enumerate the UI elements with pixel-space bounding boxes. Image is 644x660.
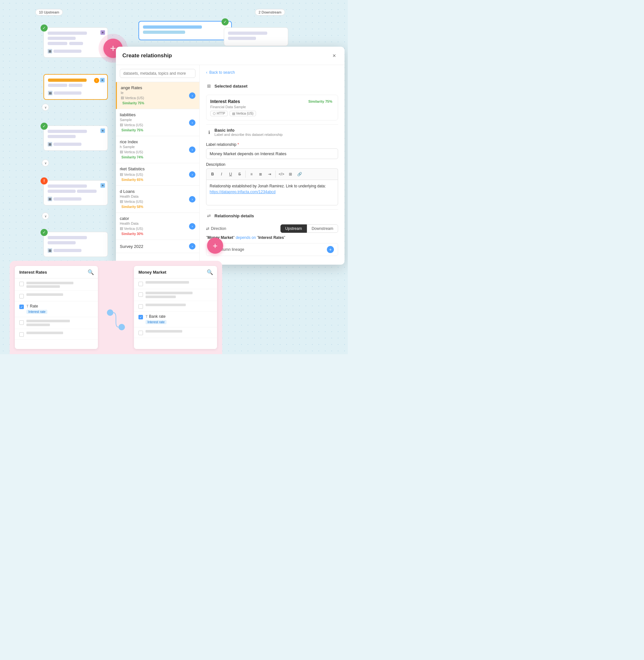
result-item-6[interactable]: Survey 2022 ›	[116, 240, 199, 253]
node-icon-db: ▤	[48, 142, 52, 146]
col-checkbox-left-1[interactable]	[19, 282, 24, 286]
col-type-icon-left-3: T	[26, 304, 29, 308]
interest-rates-panel: Interest Rates 🔍 T	[15, 266, 98, 349]
col-checkbox-left-4[interactable]	[19, 320, 24, 325]
node-bar	[48, 84, 67, 87]
ol-button[interactable]: ≣	[256, 170, 265, 179]
error-icon: !	[41, 178, 48, 185]
node-icon: ≡	[100, 78, 105, 82]
underline-button[interactable]: U	[226, 170, 235, 179]
col-checkbox-right-2[interactable]	[138, 292, 143, 297]
rte-divider	[245, 171, 246, 178]
check-icon: ✓	[41, 24, 48, 31]
downstream-badge: 2 Downstream	[255, 9, 285, 16]
money-market-panel: Money Market 🔍	[134, 266, 217, 349]
col-row-right-4: T Bank rate Interest rate	[134, 312, 217, 327]
rte-content[interactable]: Relationship established by Jonah Ramire…	[206, 180, 338, 206]
bold-button[interactable]: B	[208, 170, 217, 179]
expand-btn-1[interactable]: ∨	[42, 104, 49, 111]
expand-btn-2[interactable]: ∨	[42, 159, 49, 166]
check-icon: ✓	[222, 18, 229, 25]
node-card-c3: ✓ ≡ ▤	[44, 125, 108, 151]
search-icon-right[interactable]: 🔍	[207, 269, 212, 275]
node-bar	[48, 42, 67, 45]
result-db-2: ▤ Vertica (US)	[120, 150, 145, 154]
col-checkbox-right-3[interactable]	[138, 304, 143, 309]
upstream-button[interactable]: Upstream	[280, 225, 307, 233]
code-button[interactable]: </>	[277, 170, 285, 179]
search-icon-left[interactable]: 🔍	[88, 269, 93, 275]
result-item-1[interactable]: liabilities Sample ▤ Vertica (US) Simila…	[116, 109, 199, 136]
node-card-right	[224, 27, 288, 46]
result-item-5[interactable]: cator Health Data ▤ Vertica (US) Similar…	[116, 213, 199, 240]
similarity-5: Similarity 30%	[120, 232, 145, 236]
col-checkbox-left-5[interactable]	[19, 332, 24, 337]
node-icon-db: ▤	[48, 49, 52, 53]
col-row-left-3: T Rate Interest rate	[15, 301, 98, 317]
node-bar	[54, 91, 82, 95]
node-card-c4: ! ≡ ▤	[44, 180, 108, 206]
col-content-right-4: T Bank rate Interest rate	[145, 314, 212, 325]
tag-http: ⬡ HTTP	[210, 111, 228, 116]
node-bar	[53, 50, 82, 53]
result-name-1: liabilities	[120, 112, 145, 117]
label-relationship-input[interactable]	[206, 148, 338, 159]
ul-button[interactable]: ≡	[247, 170, 256, 179]
similarity-4: Similarity 58%	[120, 205, 145, 209]
arrow-circle-1: ›	[189, 119, 196, 126]
indent-button[interactable]: ⇥	[265, 170, 274, 179]
search-input[interactable]	[120, 69, 196, 78]
node-bar	[53, 197, 82, 201]
col-checkbox-right-5[interactable]	[138, 331, 143, 335]
search-bar	[116, 65, 199, 82]
col-row-left-5	[15, 329, 98, 340]
col-checkbox-right-4[interactable]	[138, 315, 143, 320]
result-item-0[interactable]: ange Rates le ▤ Vertica (US) Similarity …	[116, 82, 199, 109]
plus-button-floating[interactable]: +	[207, 238, 223, 254]
strikethrough-button[interactable]: S	[235, 170, 244, 179]
result-sub-2: h Sample	[120, 145, 145, 149]
selected-dataset-section: ⊞ Selected dataset	[206, 80, 338, 92]
col-checkbox-right-1[interactable]	[138, 282, 143, 286]
arrow-circle-5: ›	[189, 223, 196, 230]
col-row-right-1	[134, 279, 217, 289]
result-sub-1: Sample	[120, 118, 145, 122]
node-bar	[48, 185, 87, 188]
rte-link[interactable]: https://dataprep.trifacta.com/1234abcd	[210, 190, 276, 194]
close-button[interactable]: ×	[330, 52, 338, 60]
add-lineage-button[interactable]: +	[327, 246, 334, 253]
back-to-search-link[interactable]: ‹ Back to search	[206, 70, 338, 75]
interest-rates-panel-header: Interest Rates 🔍	[15, 266, 98, 279]
similarity-2: Similarity 74%	[120, 155, 145, 159]
detail-panel: ‹ Back to search ⊞ Selected dataset Inte…	[200, 65, 345, 265]
info-icon: ℹ	[206, 129, 212, 135]
node-card-left: ▤ ✓ ≡	[44, 27, 108, 57]
downstream-button[interactable]: Downstream	[307, 225, 338, 233]
direction-label: ⇄ Direction	[206, 226, 226, 231]
result-item-4[interactable]: d Loans Health Data ▤ Vertica (US) Simil…	[116, 186, 199, 213]
table-button[interactable]: ⊞	[286, 170, 295, 179]
node-bar	[143, 30, 185, 34]
basic-info-section: ℹ Basic info Label and describe this dat…	[206, 124, 338, 140]
dialog-body: ange Rates le ▤ Vertica (US) Similarity …	[116, 65, 345, 265]
node-bar	[228, 31, 267, 35]
check-icon: ✓	[41, 123, 48, 130]
create-relationship-dialog: Create relationship × ange Rates le ▤ Ve…	[116, 47, 345, 265]
grid-icon: ⊞	[206, 83, 212, 89]
tag-vertica: ▤ Vertica (US)	[230, 111, 256, 116]
expand-btn-3[interactable]: ∨	[42, 212, 49, 219]
search-results: ange Rates le ▤ Vertica (US) Similarity …	[116, 82, 199, 265]
col-checkbox-left-3[interactable]	[19, 305, 24, 309]
type-icon: ≡	[100, 128, 105, 133]
result-item-3[interactable]: rket Statistics ▤ Vertica (US) Similarit…	[116, 163, 199, 186]
italic-button[interactable]: I	[217, 170, 226, 179]
result-item-2[interactable]: rice Index h Sample ▤ Vertica (US) Simil…	[116, 136, 199, 163]
dialog-header: Create relationship ×	[116, 47, 345, 65]
result-name-4: d Loans	[120, 189, 145, 194]
connector-path	[113, 313, 118, 327]
similarity-0: Similarity 75%	[121, 101, 146, 105]
col-checkbox-left-2[interactable]	[19, 294, 24, 299]
link-button[interactable]: 🔗	[295, 170, 304, 179]
node-bar	[48, 190, 76, 193]
col-row-left-1	[15, 279, 98, 291]
